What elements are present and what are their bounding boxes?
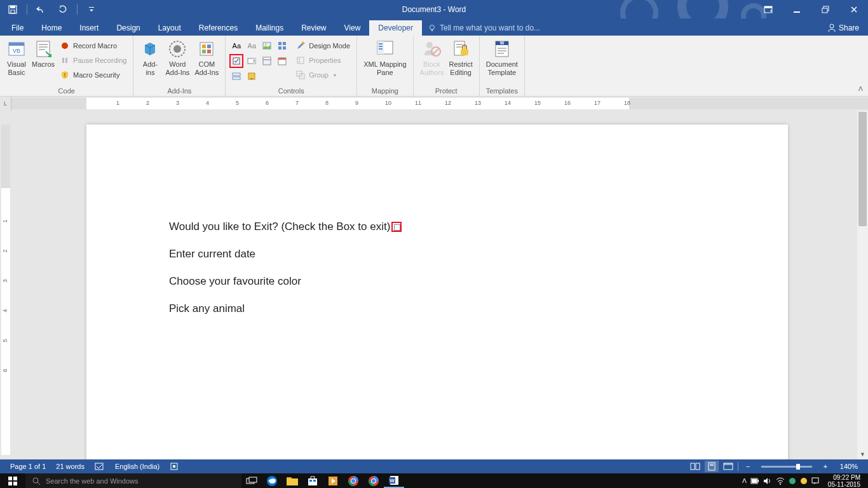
zoom-slider[interactable] xyxy=(761,466,812,468)
taskbar-explorer[interactable] xyxy=(282,473,302,488)
zoom-in-button[interactable]: + xyxy=(818,461,832,472)
tell-me-box[interactable]: Tell me what you want to do... xyxy=(422,20,546,36)
share-button[interactable]: Share xyxy=(818,20,868,36)
horizontal-ruler[interactable]: 123456789101112131415161718 xyxy=(11,98,868,109)
svg-rect-16 xyxy=(39,44,48,45)
ruler-area: L 123456789101112131415161718 xyxy=(0,97,868,111)
zoom-out-button[interactable]: − xyxy=(741,461,755,472)
tab-home[interactable]: Home xyxy=(32,20,71,36)
tray-app-2-icon[interactable] xyxy=(800,477,808,485)
status-language[interactable]: English (India) xyxy=(110,463,165,470)
tray-app-1-icon[interactable] xyxy=(789,477,796,485)
block-label: Block Authors xyxy=(420,60,444,77)
record-macro-button[interactable]: Record Macro xyxy=(57,39,129,53)
start-button[interactable] xyxy=(0,473,25,488)
tab-mailings[interactable]: Mailings xyxy=(247,20,292,36)
task-view-button[interactable] xyxy=(241,473,262,488)
taskbar-edge[interactable] xyxy=(262,473,282,488)
group-controls-label: Controls xyxy=(229,87,353,96)
close-button[interactable] xyxy=(839,0,868,18)
svg-rect-48 xyxy=(299,58,300,60)
svg-rect-78 xyxy=(724,463,733,465)
word-addins-button[interactable]: Word Add-Ins xyxy=(163,37,192,78)
minimize-button[interactable] xyxy=(782,0,811,18)
vb-label: Visual Basic xyxy=(7,60,26,77)
tab-file[interactable]: File xyxy=(3,20,32,36)
tray-chevron-icon[interactable]: ᐱ xyxy=(742,477,747,484)
richtext-control-button[interactable]: Aa xyxy=(229,39,243,53)
taskbar-store[interactable] xyxy=(302,473,323,488)
collapse-ribbon-button[interactable]: ᐱ xyxy=(855,83,865,93)
visual-basic-button[interactable]: VB Visual Basic xyxy=(4,37,29,78)
block-authors-button[interactable]: Block Authors xyxy=(417,37,447,78)
vertical-scrollbar[interactable]: ▲ ▼ xyxy=(857,111,868,459)
xml-label: XML Mapping Pane xyxy=(363,60,406,77)
dropdown-control-button[interactable] xyxy=(260,54,274,68)
save-button[interactable] xyxy=(5,2,20,17)
tray-wifi-icon[interactable] xyxy=(776,477,785,485)
legacy-tools-button[interactable] xyxy=(245,69,259,83)
properties-button: Properties xyxy=(293,53,353,67)
design-label: Design Mode xyxy=(309,42,350,50)
vertical-ruler[interactable]: 123456 xyxy=(0,111,11,459)
tab-design[interactable]: Design xyxy=(107,20,149,36)
qat-customize-button[interactable] xyxy=(84,2,99,17)
tray-volume-icon[interactable] xyxy=(763,477,772,485)
restrict-editing-button[interactable]: Restrict Editing xyxy=(447,37,475,78)
svg-rect-72 xyxy=(691,463,695,470)
svg-rect-13 xyxy=(9,43,24,46)
document-page[interactable]: Would you like to Exit? (Check the Box t… xyxy=(86,125,788,459)
tab-insert[interactable]: Insert xyxy=(71,20,107,36)
read-mode-button[interactable] xyxy=(688,461,702,472)
datepicker-control-button[interactable] xyxy=(275,54,289,68)
tab-view[interactable]: View xyxy=(336,20,370,36)
redo-button[interactable] xyxy=(55,2,71,17)
tray-battery-icon[interactable] xyxy=(750,477,759,485)
macros-button[interactable]: Macros xyxy=(29,37,57,70)
status-macros[interactable] xyxy=(165,462,184,471)
status-proofing[interactable] xyxy=(90,462,110,471)
tab-layout[interactable]: Layout xyxy=(149,20,190,36)
svg-rect-8 xyxy=(822,8,827,13)
tray-clock[interactable]: 09:22 PM05-11-2015 xyxy=(823,474,865,488)
zoom-level[interactable]: 140% xyxy=(835,463,863,470)
tab-developer[interactable]: Developer xyxy=(369,20,422,36)
bulb-icon xyxy=(428,24,436,32)
tray-action-center-icon[interactable] xyxy=(811,477,819,485)
picture-control-button[interactable] xyxy=(260,39,274,53)
tab-review[interactable]: Review xyxy=(292,20,335,36)
document-template-button[interactable]: WDocument Template xyxy=(484,37,520,78)
checkbox-control-button[interactable] xyxy=(229,54,243,68)
exit-checkbox-control[interactable] xyxy=(391,222,402,232)
taskbar-media[interactable] xyxy=(323,473,343,488)
taskbar-chrome-2[interactable] xyxy=(363,473,384,488)
taskbar-chrome-1[interactable] xyxy=(343,473,363,488)
status-words[interactable]: 21 words xyxy=(51,463,90,470)
addins-button[interactable]: Add- ins xyxy=(137,37,163,78)
tab-references[interactable]: References xyxy=(190,20,247,36)
combobox-control-button[interactable] xyxy=(245,54,259,68)
print-layout-button[interactable] xyxy=(705,461,719,472)
macro-security-button[interactable]: !Macro Security xyxy=(57,68,129,82)
xml-mapping-button[interactable]: XML Mapping Pane xyxy=(361,37,409,78)
restrict-label: Restrict Editing xyxy=(449,60,473,77)
web-layout-button[interactable] xyxy=(721,461,735,472)
restore-button[interactable] xyxy=(811,0,839,18)
word-addins-label: Word Add-Ins xyxy=(165,60,189,77)
scroll-thumb[interactable] xyxy=(858,112,867,226)
status-page[interactable]: Page 1 of 1 xyxy=(5,463,51,470)
buildingblock-control-button[interactable] xyxy=(275,39,289,53)
svg-rect-74 xyxy=(709,463,715,470)
taskbar-search[interactable]: Search the web and Windows xyxy=(25,473,241,488)
design-mode-button[interactable]: Design Mode xyxy=(293,39,353,53)
repeating-control-button[interactable] xyxy=(229,69,243,83)
svg-point-108 xyxy=(780,484,781,485)
plaintext-control-button[interactable]: Aa xyxy=(245,39,259,53)
com-addins-button[interactable]: COM Add-Ins xyxy=(192,37,221,78)
svg-rect-85 xyxy=(249,477,257,482)
scroll-down-button[interactable]: ▼ xyxy=(857,449,868,459)
macros-label: Macros xyxy=(32,60,55,69)
taskbar-word[interactable]: W xyxy=(384,473,404,488)
title-bar: Document3 - Word xyxy=(0,0,868,18)
undo-button[interactable] xyxy=(34,2,49,17)
